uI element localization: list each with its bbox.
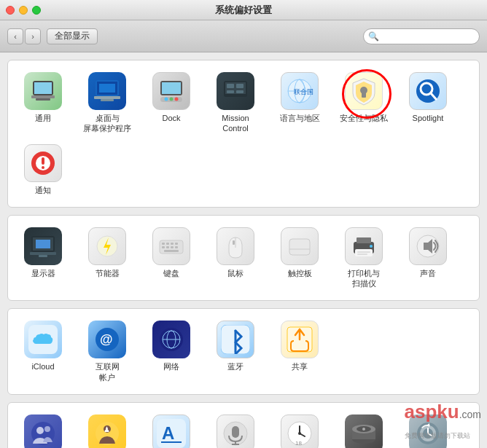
svg-rect-45 — [162, 246, 165, 248]
icon-spotlight — [409, 72, 447, 110]
svg-point-59 — [370, 245, 373, 248]
icon-item-security[interactable]: 安全性与隐私 — [332, 68, 395, 127]
icon-item-mission[interactable]: MissionControl — [204, 68, 267, 138]
svg-rect-38 — [39, 255, 47, 257]
svg-rect-18 — [236, 84, 244, 88]
icon-label-display: 显示器 — [31, 268, 55, 278]
svg-point-12 — [165, 98, 168, 101]
icon-printer — [345, 227, 383, 265]
svg-rect-32 — [42, 157, 44, 165]
icon-item-display[interactable]: 显示器 — [12, 223, 74, 283]
icon-item-sound[interactable]: 声音 — [397, 223, 459, 283]
icon-display — [24, 227, 62, 265]
icon-item-dock[interactable]: Dock — [140, 68, 203, 127]
icon-item-startup[interactable]: 启动磁盘 — [332, 410, 395, 448]
svg-rect-51 — [233, 240, 235, 245]
svg-rect-26 — [362, 93, 366, 98]
icon-sharing — [281, 321, 319, 358]
toolbar: ‹ › 全部显示 🔍 — [0, 20, 487, 52]
forward-button[interactable]: › — [25, 28, 41, 44]
icon-keyboard — [152, 227, 190, 265]
icon-general — [24, 72, 62, 110]
svg-rect-2 — [31, 95, 55, 98]
search-input[interactable] — [363, 28, 480, 44]
minimize-button[interactable] — [19, 6, 28, 15]
icon-sound — [409, 227, 447, 265]
icon-label-network: 网络 — [163, 361, 179, 372]
icon-bluetooth — [217, 321, 254, 358]
icon-item-notify[interactable]: 通知 — [12, 140, 74, 200]
svg-rect-7 — [94, 96, 120, 99]
svg-rect-6 — [99, 84, 115, 93]
svg-rect-48 — [175, 246, 178, 248]
icon-item-network[interactable]: 网络 — [140, 316, 203, 376]
svg-rect-41 — [162, 243, 165, 245]
icon-item-timemachine[interactable]: Time Machine — [397, 410, 459, 448]
svg-rect-8 — [101, 99, 114, 101]
icon-item-users[interactable]: 用户与群组 — [12, 410, 74, 448]
icon-label-icloud: iCloud — [31, 361, 54, 372]
icon-icloud — [24, 321, 62, 358]
icon-item-icloud[interactable]: iCloud — [12, 316, 74, 376]
icon-parental: ♟ — [88, 414, 126, 448]
icon-item-keyboard[interactable]: 键盘 — [140, 223, 203, 283]
main-content: 通用 桌面与屏幕保护程序 Dock MissionC — [0, 52, 487, 448]
search-icon: 🔍 — [368, 31, 379, 42]
icon-dictation — [217, 414, 254, 448]
svg-rect-19 — [227, 90, 234, 93]
svg-rect-52 — [289, 239, 310, 255]
icon-item-general[interactable]: 通用 — [12, 68, 74, 127]
icon-label-sharing: 共享 — [292, 361, 308, 372]
icon-label-printer: 打印机与扫描仪 — [348, 268, 380, 289]
icons-row-system: 用户与群组 ♟ 家长控制 A App Store 听写与 — [12, 410, 475, 448]
icon-label-notify: 通知 — [35, 185, 51, 195]
svg-rect-47 — [171, 246, 174, 248]
close-button[interactable] — [6, 6, 15, 15]
icon-item-datetime[interactable]: 18 日期与时间 — [268, 410, 331, 448]
svg-rect-37 — [30, 252, 56, 255]
icon-desktop — [88, 72, 126, 110]
icon-item-internet[interactable]: @ 互联网帐户 — [76, 316, 139, 387]
section-system: 用户与群组 ♟ 家长控制 A App Store 听写与 — [7, 402, 480, 448]
svg-point-94 — [362, 428, 365, 431]
svg-rect-57 — [357, 251, 370, 253]
icon-item-sharing[interactable]: 共享 — [268, 316, 331, 376]
icon-timemachine — [409, 414, 447, 448]
icon-item-dictation[interactable]: 听写与语音 — [204, 410, 267, 448]
icon-label-general: 通用 — [35, 113, 51, 123]
icon-item-language[interactable]: 联合国 语言与地区 — [268, 68, 331, 127]
icon-item-trackpad[interactable]: 触控板 — [268, 223, 331, 283]
svg-text:联合国: 联合国 — [294, 88, 313, 95]
icon-item-bluetooth[interactable]: 蓝牙 — [204, 316, 267, 376]
icon-label-sound: 声音 — [420, 268, 436, 278]
icon-label-trackpad: 触控板 — [288, 268, 312, 278]
icon-item-parental[interactable]: ♟ 家长控制 — [76, 410, 139, 448]
icon-item-mouse[interactable]: 鼠标 — [204, 223, 267, 283]
svg-rect-46 — [166, 246, 169, 248]
icon-mouse — [217, 227, 254, 265]
icon-item-desktop[interactable]: 桌面与屏幕保护程序 — [76, 68, 139, 138]
icon-item-appstore[interactable]: A App Store — [140, 410, 203, 448]
svg-rect-1 — [34, 82, 52, 94]
back-button[interactable]: ‹ — [7, 28, 23, 44]
maximize-button[interactable] — [32, 6, 41, 15]
icon-label-bluetooth: 蓝牙 — [227, 361, 244, 372]
icon-item-printer[interactable]: 打印机与扫描仪 — [332, 223, 395, 294]
window-title: 系统偏好设置 — [215, 4, 272, 17]
svg-rect-3 — [36, 98, 50, 101]
section-personal: 通用 桌面与屏幕保护程序 Dock MissionC — [7, 60, 480, 208]
show-all-button[interactable]: 全部显示 — [47, 28, 98, 44]
icon-item-energy[interactable]: 节能器 — [76, 223, 139, 283]
svg-text:@: @ — [100, 332, 113, 347]
icon-label-mission: MissionControl — [222, 113, 249, 134]
svg-rect-17 — [227, 84, 234, 88]
svg-rect-44 — [175, 243, 178, 245]
icon-users — [24, 414, 62, 448]
icon-appstore: A — [152, 414, 190, 448]
svg-text:A: A — [162, 423, 174, 443]
icon-item-spotlight[interactable]: Spotlight — [397, 68, 459, 127]
svg-point-74 — [44, 426, 50, 432]
svg-rect-49 — [164, 250, 179, 252]
icon-label-spotlight: Spotlight — [413, 113, 444, 123]
icon-label-desktop: 桌面与屏幕保护程序 — [83, 113, 131, 134]
